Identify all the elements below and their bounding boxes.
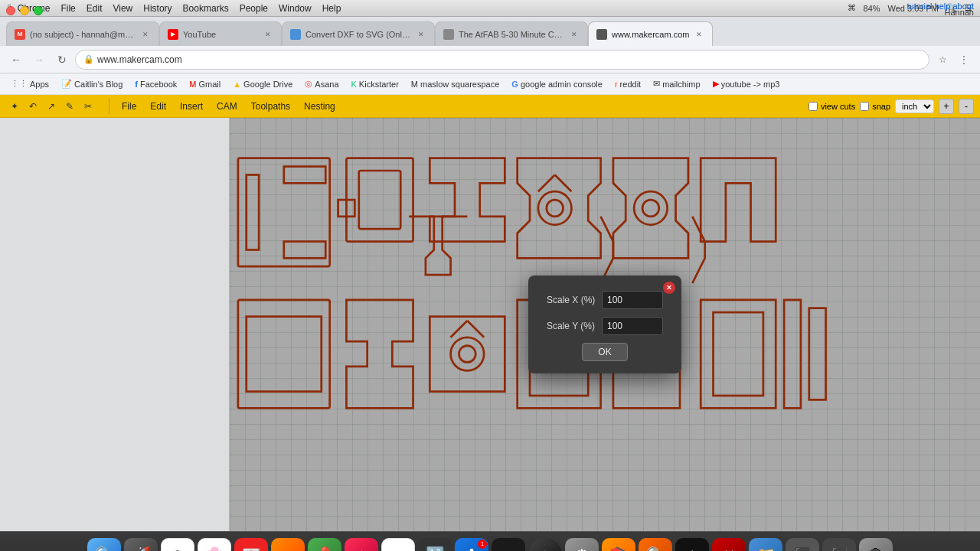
menu-toolpaths[interactable]: Toolpaths	[245, 99, 296, 113]
bookmark-googleadmin[interactable]: G google admin console	[507, 78, 607, 90]
bookmark-reddit[interactable]: r reddit	[610, 78, 645, 90]
bookmark-mailchimp[interactable]: ✉ mailchimp	[648, 77, 705, 90]
dock-calculator[interactable]: 🔢	[418, 538, 452, 552]
dock-launchpad2[interactable]: ⬛	[822, 538, 856, 552]
tab-convert-close[interactable]: ✕	[416, 29, 426, 40]
minimize-button[interactable]	[20, 6, 29, 15]
dock-photos[interactable]: 🌸	[198, 538, 231, 552]
dock-trash[interactable]: 🗑	[859, 538, 893, 552]
zoom-minus[interactable]: -	[959, 99, 974, 114]
view-cuts-checkbox[interactable]	[808, 102, 818, 111]
menu-window[interactable]: Window	[279, 3, 312, 14]
snap-checkbox[interactable]	[860, 102, 869, 111]
gadmin-favicon: G	[511, 80, 518, 89]
bookmark-facebook[interactable]: f Facebook	[130, 78, 181, 90]
dock-finder[interactable]: 🔍	[87, 538, 121, 552]
tutorial-link[interactable]: tutorial help about	[907, 2, 974, 11]
dock-filemanager[interactable]: 📁	[749, 538, 782, 552]
dock-music[interactable]: ♪	[345, 538, 378, 552]
zoom-plus[interactable]: +	[939, 99, 954, 114]
snap-toggle[interactable]: snap	[860, 102, 890, 111]
menu-edit[interactable]: Edit	[87, 3, 103, 14]
menu-people[interactable]: People	[240, 3, 268, 14]
tab-atfab-close[interactable]: ✕	[569, 29, 580, 40]
dock-freeform[interactable]: ✏	[271, 538, 305, 552]
menu-edit[interactable]: Edit	[144, 99, 172, 113]
bookmark-gmail[interactable]: M Gmail	[185, 78, 225, 90]
apps-favicon: ⋮⋮	[11, 79, 28, 89]
maximize-button[interactable]	[34, 6, 43, 15]
dock-quicklook[interactable]: 🔍	[639, 538, 672, 552]
tab-makercam-close[interactable]: ✕	[694, 29, 704, 40]
bookmark-asana[interactable]: ◎ Asana	[300, 77, 343, 90]
unit-select[interactable]: inch mm	[895, 99, 934, 113]
menu-file[interactable]: File	[116, 99, 142, 113]
dock-appstore[interactable]: A 1	[455, 538, 488, 552]
dock-flipboard[interactable]: 📰	[234, 538, 268, 552]
tab-makercam[interactable]: www.makercam.com ✕	[588, 21, 713, 46]
refresh-button[interactable]: ↻	[52, 50, 72, 70]
menu-history[interactable]: History	[143, 3, 172, 14]
canvas-main[interactable]: ✕ Scale X (%) Scale Y (%) OK	[230, 118, 980, 531]
scale-tool[interactable]: ↗	[43, 98, 60, 115]
scale-y-input[interactable]	[602, 317, 663, 335]
bookmark-mailchimp-label: mailchimp	[662, 80, 701, 89]
gmail-bm-favicon: M	[189, 80, 196, 89]
dock-books[interactable]: 📚	[602, 538, 635, 552]
modal-close-button[interactable]: ✕	[663, 282, 675, 294]
menu-cam[interactable]: CAM	[211, 99, 243, 113]
dock-unity[interactable]: ◈	[528, 538, 562, 552]
app-menu: File Edit Insert CAM Toolpaths Nesting	[116, 99, 341, 113]
canvas-left-panel	[0, 118, 230, 531]
ok-button[interactable]: OK	[582, 343, 627, 361]
dock-crossover[interactable]: ✕	[712, 538, 746, 552]
dock-silverlock[interactable]: ★	[675, 538, 709, 552]
tab-gmail-close[interactable]: ✕	[140, 29, 151, 40]
menu-bookmarks[interactable]: Bookmarks	[183, 3, 229, 14]
bookmark-maslow[interactable]: M maslow squarespace	[407, 78, 505, 90]
bookmark-kickstarter[interactable]: K Kickstarter	[347, 78, 403, 90]
cursor-tool[interactable]: ↶	[24, 98, 41, 115]
modal-ok-row: OK	[547, 343, 663, 361]
dock-screenshots[interactable]: ⬛	[786, 538, 819, 552]
dock-launchpad[interactable]: 🚀	[124, 538, 158, 552]
photos-icon: 🌸	[205, 546, 224, 552]
bookmark-ks-label: Kickstarter	[359, 80, 399, 89]
cut-tool[interactable]: ✂	[80, 98, 96, 115]
scale-x-input[interactable]	[602, 291, 663, 309]
bookmark-star[interactable]: ☆	[933, 50, 952, 70]
dock-systemprefs[interactable]: ⚙	[565, 538, 599, 552]
tab-atfab[interactable]: The AtFAB 5-30 Minute Ch... ✕	[435, 21, 588, 46]
tab-gmail[interactable]: M (no subject) - hannah@ma... ✕	[6, 21, 159, 46]
bookmark-apps[interactable]: ⋮⋮ Apps	[6, 77, 54, 90]
dock-calendar[interactable]: 29	[381, 538, 415, 552]
more-options[interactable]: ⋮	[954, 50, 974, 70]
dock-maps[interactable]: 📍	[308, 538, 341, 552]
view-cuts-toggle[interactable]: view cuts	[808, 102, 855, 111]
menu-file[interactable]: File	[60, 3, 75, 14]
dock-chrome[interactable]: ◉	[161, 538, 194, 552]
forward-button[interactable]: →	[29, 50, 49, 70]
menu-nesting[interactable]: Nesting	[298, 99, 341, 113]
back-button[interactable]: ←	[6, 50, 26, 70]
close-button[interactable]	[6, 6, 15, 15]
tab-youtube[interactable]: ▶ YouTube ✕	[159, 21, 282, 46]
caitlinsblog-favicon: 📝	[61, 79, 72, 89]
pen-tool[interactable]: ✎	[61, 98, 78, 115]
scale-y-row: Scale Y (%)	[547, 317, 663, 335]
bookmark-ytmp3[interactable]: ▶ youtube -> mp3	[708, 77, 785, 90]
menu-insert[interactable]: Insert	[174, 99, 209, 113]
navbar: ← → ↻ 🔒 www.makercam.com ☆ ⋮	[0, 46, 980, 73]
gdrive-favicon: ▲	[233, 80, 241, 89]
bookmark-caitlinsblog[interactable]: 📝 Caitlin's Blog	[57, 77, 127, 90]
menu-help[interactable]: Help	[322, 3, 341, 14]
tab-convert[interactable]: Convert DXF to SVG (Online... ✕	[282, 21, 435, 46]
dock-terminal[interactable]: >_	[492, 538, 525, 552]
ytmp3-favicon: ▶	[713, 79, 719, 89]
select-tool[interactable]: ✦	[6, 98, 23, 115]
address-bar[interactable]: 🔒 www.makercam.com	[75, 50, 929, 70]
bookmark-googledrive[interactable]: ▲ Google Drive	[228, 78, 297, 90]
launchpad2-icon: ⬛	[831, 546, 848, 552]
tab-youtube-close[interactable]: ✕	[263, 29, 273, 40]
menu-view[interactable]: View	[113, 3, 132, 14]
